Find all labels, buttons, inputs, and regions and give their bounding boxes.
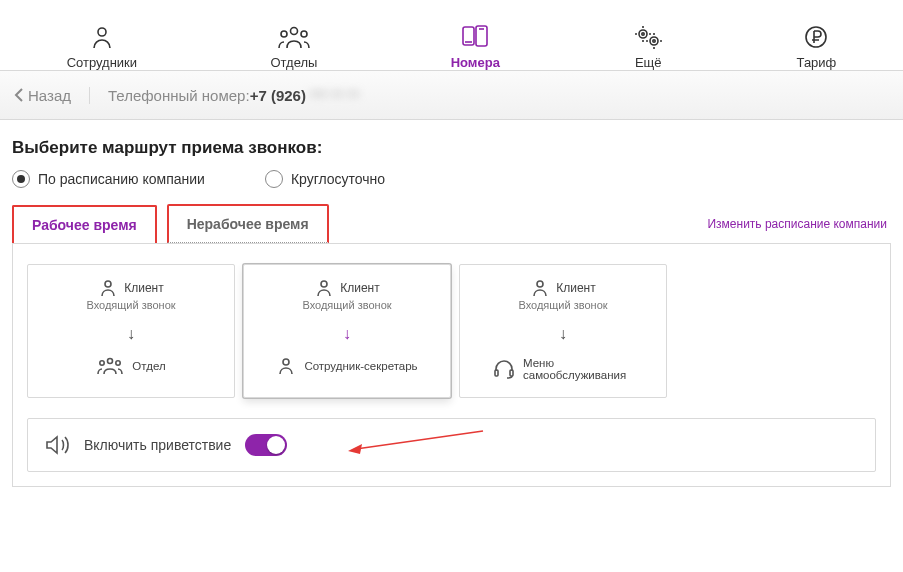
card-client-label: Клиент [556,281,596,295]
card-client-label: Клиент [340,281,380,295]
phone-number: +7 (926) [250,87,306,104]
breadcrumb: Назад Телефонный номер: +7 (926) *** ** … [0,71,903,120]
ruble-icon [802,22,830,52]
radio-dot-icon [265,170,283,188]
headset-icon [493,359,515,379]
person-icon [276,357,296,375]
person-icon [530,279,550,297]
nav-numbers[interactable]: Номера [451,22,500,70]
svg-point-8 [639,30,647,38]
person-icon [88,22,116,52]
svg-point-9 [642,33,644,35]
greeting-toggle[interactable] [245,434,287,456]
nav-label: Номера [451,55,500,70]
route-cards: Клиент Входящий звонок ↓ Отдел Клиент Вх… [27,264,876,398]
route-card-ivr[interactable]: Клиент Входящий звонок ↓ Меню самообслуж… [459,264,667,398]
card-incoming-label: Входящий звонок [518,299,607,311]
tab-off-hours[interactable]: Нерабочее время [167,204,329,243]
nav-label: Отделы [270,55,317,70]
nav-tariff[interactable]: Тариф [797,22,837,70]
page-heading: Выберите маршрут приема звонков: [12,138,891,158]
phones-icon [459,22,491,52]
card-dest-label: Меню самообслуживания [523,357,633,381]
group-icon [277,22,311,52]
svg-line-22 [356,431,483,449]
svg-marker-23 [348,444,362,454]
edit-schedule-link[interactable]: Изменить расписание компании [707,217,891,231]
route-cards-container: Клиент Входящий звонок ↓ Отдел Клиент Вх… [12,244,891,487]
radio-label: По расписанию компании [38,171,205,187]
svg-point-14 [108,359,113,364]
svg-point-10 [650,37,658,45]
arrow-down-icon: ↓ [127,325,135,343]
route-card-department[interactable]: Клиент Входящий звонок ↓ Отдел [27,264,235,398]
route-card-secretary[interactable]: Клиент Входящий звонок ↓ Сотрудник-секре… [243,264,451,398]
nav-label: Тариф [797,55,837,70]
svg-point-17 [321,281,327,287]
nav-label: Сотрудники [67,55,137,70]
person-icon [98,279,118,297]
svg-point-0 [98,28,106,36]
tab-work-hours[interactable]: Рабочее время [12,205,157,243]
annotation-arrow-icon [348,427,488,457]
back-button[interactable]: Назад [14,87,90,104]
phone-label: Телефонный номер: [108,87,250,104]
page-content: Выберите маршрут приема звонков: По расп… [0,120,903,499]
svg-point-18 [283,359,289,365]
radio-label: Круглосуточно [291,171,385,187]
time-tabs: Рабочее время Нерабочее время Изменить р… [12,204,891,244]
nav-label: Ещё [635,55,662,70]
svg-point-2 [281,31,287,37]
greeting-toggle-row: Включить приветствие [27,418,876,472]
back-label: Назад [28,87,71,104]
speaker-icon [44,433,70,457]
route-radio-group: По расписанию компании Круглосуточно [12,170,891,188]
nav-departments[interactable]: Отделы [270,22,317,70]
gears-icon [633,22,663,52]
phone-masked: *** ** ** [310,87,359,104]
svg-point-15 [100,361,104,365]
svg-point-16 [116,361,120,365]
card-client-label: Клиент [124,281,164,295]
card-incoming-label: Входящий звонок [86,299,175,311]
svg-point-13 [105,281,111,287]
arrow-down-icon: ↓ [343,325,351,343]
nav-employees[interactable]: Сотрудники [67,22,137,70]
route-by-schedule[interactable]: По расписанию компании [12,170,205,188]
svg-point-11 [653,40,655,42]
svg-point-3 [301,31,307,37]
svg-point-19 [537,281,543,287]
person-icon [314,279,334,297]
nav-more[interactable]: Ещё [633,22,663,70]
greeting-label: Включить приветствие [84,437,231,453]
route-all-day[interactable]: Круглосуточно [265,170,385,188]
card-dest-label: Отдел [132,360,165,372]
arrow-down-icon: ↓ [559,325,567,343]
svg-point-1 [290,28,297,35]
top-nav: Сотрудники Отделы Номера Ещё Тариф [0,0,903,71]
card-incoming-label: Входящий звонок [302,299,391,311]
card-dest-label: Сотрудник-секретарь [304,360,417,372]
group-icon [96,357,124,375]
radio-dot-icon [12,170,30,188]
